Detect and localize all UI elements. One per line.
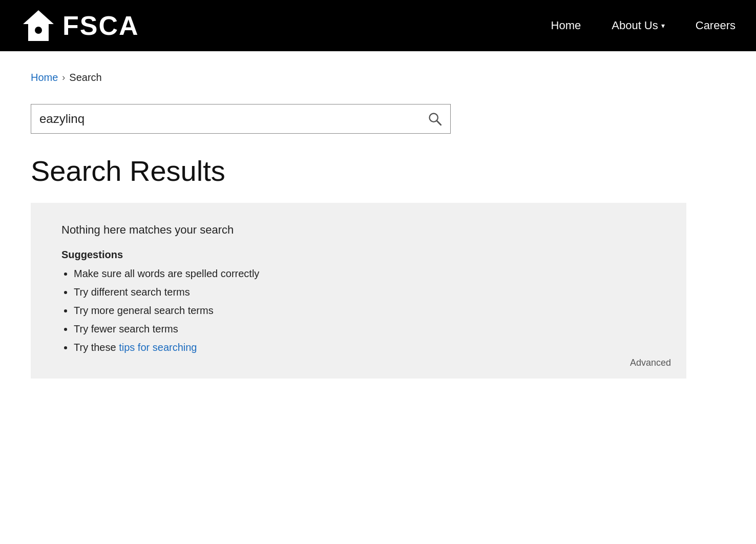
nav-about-us[interactable]: About Us ▾ xyxy=(612,19,665,32)
main-content: Home › Search Search Results Nothing her… xyxy=(0,51,717,399)
chevron-down-icon: ▾ xyxy=(661,22,665,30)
svg-point-1 xyxy=(35,27,42,34)
breadcrumb: Home › Search xyxy=(31,72,686,83)
logo-icon xyxy=(20,8,56,44)
site-header: FSCA Home About Us ▾ Careers xyxy=(0,0,756,51)
suggestions-title: Suggestions xyxy=(61,249,656,261)
suggestions-list: Make sure all words are spelled correctl… xyxy=(61,266,656,355)
suggestion-item: Try more general search terms xyxy=(74,303,656,318)
tips-for-searching-link[interactable]: tips for searching xyxy=(119,342,197,353)
svg-marker-0 xyxy=(23,10,54,41)
breadcrumb-home-link[interactable]: Home xyxy=(31,72,58,83)
nav-careers[interactable]: Careers xyxy=(696,19,736,32)
logo-area: FSCA xyxy=(20,8,551,44)
suggestion-item-tips: Try these tips for searching xyxy=(74,340,656,355)
breadcrumb-current: Search xyxy=(69,72,101,83)
search-input[interactable] xyxy=(31,104,419,133)
svg-line-3 xyxy=(437,121,441,125)
search-icon xyxy=(428,112,442,126)
logo-text: FSCA xyxy=(62,10,139,41)
search-box xyxy=(31,104,451,134)
page-title: Search Results xyxy=(31,154,686,187)
advanced-link[interactable]: Advanced xyxy=(630,358,671,368)
results-box: Nothing here matches your search Suggest… xyxy=(31,203,686,379)
breadcrumb-separator: › xyxy=(62,72,65,83)
search-button[interactable] xyxy=(419,107,450,131)
suggestion-item: Make sure all words are spelled correctl… xyxy=(74,266,656,281)
suggestion-item: Try different search terms xyxy=(74,284,656,300)
nav-home[interactable]: Home xyxy=(551,19,581,32)
suggestion-item: Try fewer search terms xyxy=(74,321,656,337)
no-results-message: Nothing here matches your search xyxy=(61,223,656,237)
main-nav: Home About Us ▾ Careers xyxy=(551,19,736,32)
